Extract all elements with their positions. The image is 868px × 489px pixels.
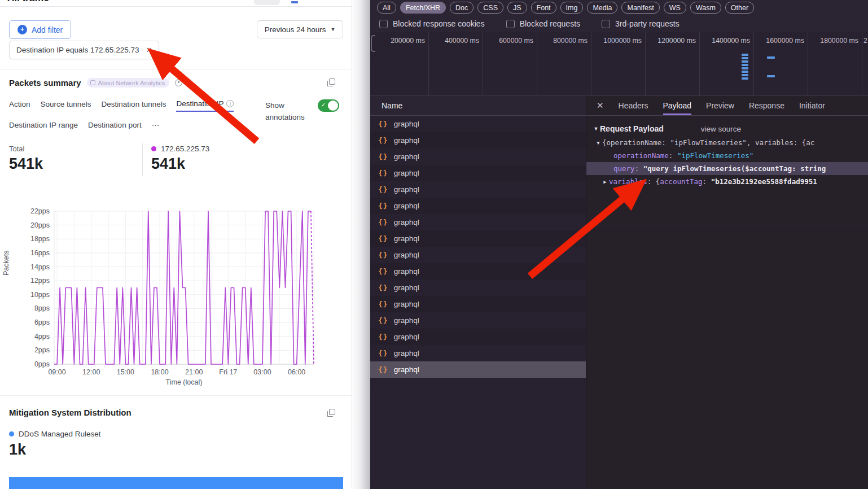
show-annotations-toggle[interactable]: ✓: [318, 99, 339, 112]
request-row[interactable]: {}graphql: [370, 181, 586, 198]
time-range-value: Previous 24 hours: [265, 25, 326, 34]
filter-pill-img[interactable]: Img: [560, 2, 584, 14]
svg-text:18:00: 18:00: [151, 368, 168, 376]
tab-destination-ip-range[interactable]: Destination IP range: [9, 120, 78, 132]
payload-line[interactable]: ▼{operationName: "ipFlowTimeseries", var…: [586, 136, 868, 149]
request-row[interactable]: {}graphql: [370, 263, 586, 280]
request-name: graphql: [394, 202, 419, 210]
request-name: graphql: [394, 267, 419, 276]
filter-pill-wasm[interactable]: Wasm: [690, 2, 721, 14]
request-row[interactable]: {}graphql: [370, 296, 586, 312]
tab-destination-tunnels[interactable]: Destination tunnels: [102, 99, 166, 112]
detail-tab-payload[interactable]: Payload: [663, 96, 692, 115]
filter-pill-manifest[interactable]: Manifest: [621, 2, 659, 14]
payload-view: ▼ Request Payload view source ▼{operatio…: [586, 121, 868, 188]
network-overview-timeline[interactable]: 200000 ms400000 ms600000 ms800000 ms1000…: [370, 32, 868, 96]
time-range-select[interactable]: Previous 24 hours ▼: [257, 20, 343, 38]
tab-destination-ip[interactable]: Destination IPi: [176, 99, 234, 112]
add-filter-label: Add filter: [32, 25, 63, 34]
tab-destination-port[interactable]: Destination port: [88, 120, 142, 132]
filter-pill-other[interactable]: Other: [725, 2, 754, 14]
waterfall-bar: [767, 75, 775, 77]
tab-label: Action: [9, 100, 30, 108]
request-row[interactable]: {}graphql: [370, 361, 586, 378]
timeline-label: 1600000 ms: [754, 32, 808, 95]
name-column-header[interactable]: Name: [382, 101, 402, 110]
book-icon: [90, 80, 95, 85]
svg-text:0pps: 0pps: [34, 360, 50, 368]
filter-chip[interactable]: Destination IP equals 172.65.225.73 ✕: [9, 41, 159, 59]
close-detail-icon[interactable]: ✕: [597, 101, 604, 111]
checkbox-blocked-requests[interactable]: Blocked requests: [506, 19, 580, 28]
request-row[interactable]: {}graphql: [370, 149, 586, 165]
filter-chip-label: Destination IP equals 172.65.225.73: [16, 46, 139, 54]
tab-label: Destination tunnels: [102, 100, 166, 108]
chart-canvas: 0pps2pps4pps6pps8pps10pps12pps14pps16pps…: [0, 203, 350, 390]
payload-line[interactable]: ▶variables: {accountTag: "b12e3b2192ee55…: [586, 175, 868, 188]
payload-token: "ipFlowTimeseries": [677, 151, 753, 160]
timeline-scroll-handle[interactable]: [371, 35, 375, 52]
tabs-overflow-button[interactable]: ⋯: [152, 120, 160, 132]
svg-text:15:00: 15:00: [117, 368, 134, 376]
payload-line[interactable]: query: "query ipFlowTimeseries($accountT…: [586, 162, 868, 175]
checkbox-3rd-party-requests[interactable]: 3rd-party requests: [602, 19, 680, 28]
request-row[interactable]: {}graphql: [370, 116, 586, 132]
detail-tab-preview[interactable]: Preview: [706, 96, 734, 115]
detail-tab-headers[interactable]: Headers: [619, 96, 648, 115]
request-row[interactable]: {}graphql: [370, 329, 586, 345]
checkbox-box[interactable]: [506, 20, 515, 28]
checkbox-box[interactable]: [602, 20, 610, 28]
detail-tab-response[interactable]: Response: [749, 96, 784, 115]
expand-panel-icon[interactable]: [329, 78, 335, 85]
tab-label: Destination IP range: [9, 121, 78, 129]
filter-pill-font[interactable]: Font: [531, 2, 556, 14]
filter-pill-css[interactable]: CSS: [477, 2, 503, 14]
json-icon: {}: [378, 283, 388, 292]
filter-pill-all[interactable]: All: [377, 2, 396, 14]
request-row[interactable]: {}graphql: [370, 198, 586, 214]
expander-icon[interactable]: ▶: [601, 179, 609, 185]
request-row[interactable]: {}graphql: [370, 247, 586, 263]
packets-timeseries-chart: 0pps2pps4pps6pps8pps10pps12pps14pps16pps…: [0, 203, 350, 390]
request-row[interactable]: {}graphql: [370, 165, 586, 181]
payload-token: accountTag: [660, 177, 702, 186]
filter-pill-js[interactable]: JS: [507, 2, 527, 14]
checkbox-blocked-response-cookies[interactable]: Blocked response cookies: [379, 19, 485, 28]
request-row[interactable]: {}graphql: [370, 312, 586, 329]
payload-token: : {: [647, 177, 660, 186]
filter-pill-media[interactable]: Media: [587, 2, 617, 14]
checkbox-box[interactable]: [379, 20, 388, 28]
filter-pill-ws[interactable]: WS: [664, 2, 686, 14]
series-dot: [151, 146, 156, 151]
svg-text:2pps: 2pps: [34, 346, 50, 354]
filter-pill-fetch-xhr[interactable]: Fetch/XHR: [400, 2, 446, 14]
payload-line[interactable]: operationName: "ipFlowTimeseries": [586, 149, 868, 162]
request-name: graphql: [394, 300, 419, 308]
request-row[interactable]: {}graphql: [370, 132, 586, 149]
mitigation-bar: [9, 477, 343, 489]
payload-separator: [586, 225, 868, 225]
payload-token: query: [613, 164, 635, 173]
add-filter-button[interactable]: + Add filter: [9, 20, 71, 39]
about-network-analytics-badge[interactable]: About Network Analytics: [87, 78, 170, 88]
tab-source-tunnels[interactable]: Source tunnels: [41, 99, 91, 112]
tab-action[interactable]: Action: [9, 99, 30, 112]
expander-icon[interactable]: ▼: [594, 140, 602, 146]
detail-tab-initiator[interactable]: Initiator: [799, 96, 825, 115]
stat-ip: 172.65.225.73 541k: [151, 145, 209, 173]
packets-summary-title: Packets summary: [9, 78, 81, 88]
mitigation-expand-icon[interactable]: [329, 409, 335, 415]
request-row[interactable]: {}graphql: [370, 345, 586, 361]
filter-pill-doc[interactable]: Doc: [450, 2, 474, 14]
page-title: All traffic: [7, 0, 49, 4]
remove-filter-icon[interactable]: ✕: [146, 46, 152, 54]
stat-ip-value: 541k: [151, 155, 209, 173]
request-row[interactable]: {}graphql: [370, 230, 586, 247]
view-source-link[interactable]: view source: [701, 125, 741, 133]
request-name: graphql: [394, 333, 419, 341]
collapse-icon[interactable]: ▼: [592, 126, 600, 132]
waterfall-bar: [742, 57, 748, 59]
request-name: graphql: [394, 349, 419, 357]
request-row[interactable]: {}graphql: [370, 280, 586, 296]
request-row[interactable]: {}graphql: [370, 214, 586, 230]
